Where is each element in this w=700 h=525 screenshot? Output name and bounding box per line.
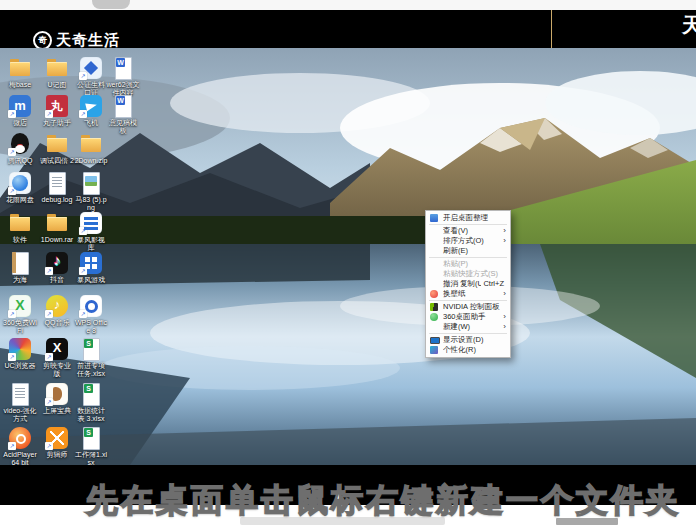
subtitle-caption: 先在桌面单击鼠标右键新建一个文件夹 [86, 479, 681, 523]
desktop-icon[interactable]: ↗ 丸子助手 [40, 94, 74, 127]
desktop-icon-label: 马83 (5).png [74, 196, 108, 212]
menu-item[interactable]: 查看(V) › [426, 226, 510, 236]
desktop-icon[interactable]: ↗ UC浏览器 [3, 337, 37, 370]
desktop-icon[interactable]: U记图 [40, 56, 74, 89]
desktop-icon-label: 暴风影视库 [74, 236, 108, 252]
menu-item-label: 刷新(E) [443, 246, 502, 256]
menu-item-label: 粘贴(P) [443, 259, 502, 269]
folder-icon [45, 56, 69, 80]
app-tiktok-icon: ↗ [45, 251, 69, 275]
shortcut-arrow-badge: ↗ [79, 110, 87, 118]
desktop-icon[interactable]: ↗ 抖音 [40, 251, 74, 284]
menu-item[interactable]: NVIDIA 控制面板 [426, 302, 510, 312]
desktop-icon[interactable]: 马83 (5).png [74, 171, 108, 212]
desktop-icon[interactable]: ↗ WPS Office 8 [74, 294, 108, 335]
menu-item[interactable]: 刷新(E) [426, 246, 510, 256]
doc-excel-icon [79, 426, 103, 450]
desktop-icon[interactable]: video-强化 方式 [3, 382, 37, 423]
desktop-icon-label: 微店 [3, 119, 37, 127]
desktop-icon[interactable]: ↗ 公证生料 口证 [74, 56, 108, 97]
video-frame: 奇 天奇生活 天 [0, 10, 696, 505]
folder-icon [45, 211, 69, 235]
menu-item[interactable]: 360桌面助手 › [426, 312, 510, 322]
shortcut-arrow-badge: ↗ [45, 353, 53, 361]
menu-item-label: 换壁纸 [443, 289, 499, 299]
personalize-menu-icon [430, 346, 438, 354]
desktop-icon[interactable]: ↗ 暴风影视库 [74, 211, 108, 252]
shortcut-arrow-badge: ↗ [79, 267, 87, 275]
desktop-icon[interactable]: 调试四倍 2 [40, 132, 74, 165]
desktop-icon[interactable]: 数据统计表 3.xlsx [74, 382, 108, 423]
submenu-arrow-icon: › [503, 289, 506, 299]
shortcut-arrow-badge: ↗ [8, 110, 16, 118]
desktop-icon[interactable]: ↗ 剪映专业版 [40, 337, 74, 378]
app-blue-diamond-icon: ↗ [79, 56, 103, 80]
context-menu: 开启桌面整理 查看(V) › 排序方式(O) › 刷新(E) 粘贴(P) 粘贴快… [425, 210, 511, 358]
desktop-icon[interactable]: 2Down.zip [74, 132, 108, 165]
menu-item[interactable]: 撤消 复制(U) Ctrl+Z [426, 279, 510, 289]
desktop-icon-label: 上屏宝典 [40, 407, 74, 415]
desktop-icon[interactable]: 前进专项任务.xlsx [74, 337, 108, 378]
app-qq-icon: ↗ [8, 132, 32, 156]
desktop-icon[interactable]: debug.log [40, 171, 74, 204]
desktop-icon[interactable]: wer62强文 件内容 [106, 56, 140, 97]
menu-item-label: 个性化(R) [443, 345, 502, 355]
menu-item[interactable]: 开启桌面整理 [426, 213, 510, 223]
display-menu-icon [430, 337, 440, 344]
folder-icon [8, 211, 32, 235]
desktop-icon[interactable]: 工作簿1.xlsx [74, 426, 108, 465]
menu-item[interactable]: 排序方式(O) › [426, 236, 510, 246]
desktop-icon[interactable]: ↗ 微店 [3, 94, 37, 127]
folder-icon [8, 56, 32, 80]
menu-item-label: 显示设置(D) [443, 335, 502, 345]
desktop-icon-label: AcidPlayer 64 bit [3, 451, 37, 465]
desktop-icon-label: 前进专项任务.xlsx [74, 362, 108, 378]
desktop-icon[interactable]: 为海 [3, 251, 37, 284]
desktop-icon[interactable]: ↗ 花雨网盘 [3, 171, 37, 204]
desktop[interactable]: 梅base U记图 ↗ 公证生料 口证 wer62强文 件内容 ↗ 微店 ↗ 丸… [0, 48, 696, 465]
menu-item-label: 粘贴快捷方式(S) [443, 269, 502, 279]
app-paper-plane-icon: ↗ [79, 94, 103, 118]
menu-item[interactable]: 显示设置(D) [426, 335, 510, 345]
desktop-icon[interactable]: ↗ AcidPlayer 64 bit [3, 426, 37, 465]
folder-icon [45, 132, 69, 156]
desktop-icon[interactable]: ↗ 暴风游戏 [74, 251, 108, 284]
desktop-icon-label: 软件 [3, 236, 37, 244]
desktop-icon-label: 飞机 [74, 119, 108, 127]
app-orange-icon: ↗ [8, 426, 32, 450]
desktop-icon-label: 360免费WiFi [3, 319, 37, 335]
desktop-icon[interactable]: ↗ 腾讯QQ [3, 132, 37, 165]
desktop-icon[interactable]: 1Down.rar [40, 211, 74, 244]
desktop-icon[interactable]: ↗ 飞机 [74, 94, 108, 127]
menu-item: 粘贴(P) [426, 259, 510, 269]
desktop-icon[interactable]: 梅base [3, 56, 37, 89]
menu-item-shortcut: Ctrl+Z [483, 279, 504, 289]
desktop-icon-label: 丸子助手 [40, 119, 74, 127]
shortcut-arrow-badge: ↗ [45, 110, 53, 118]
desktop-icon-label: 2Down.zip [74, 157, 108, 165]
menu-item[interactable]: 个性化(R) [426, 345, 510, 355]
desktop-icon[interactable]: ↗ 上屏宝典 [40, 382, 74, 415]
app-blue-grid-icon: ↗ [79, 251, 103, 275]
app-wps-icon: ↗ [79, 294, 103, 318]
desktop-icon-label: 剪辑师 [40, 451, 74, 459]
submenu-arrow-icon: › [503, 236, 506, 246]
menu-item[interactable]: 新建(W) › [426, 322, 510, 332]
menu-separator [429, 300, 507, 301]
desktop-icon[interactable]: ↗ 360免费WiFi [3, 294, 37, 335]
desktop-icon[interactable]: ↗ 剪辑师 [40, 426, 74, 459]
app-scissors-icon: ↗ [45, 426, 69, 450]
desktop-icon-label: WPS Office 8 [74, 319, 108, 335]
menu-item-label: 360桌面助手 [443, 312, 499, 322]
menu-item[interactable]: 换壁纸 › [426, 289, 510, 299]
doc-text-icon [45, 171, 69, 195]
desktop-icon-label: 花雨网盘 [3, 196, 37, 204]
doc-word-icon [111, 56, 135, 80]
desktop-icon[interactable]: 软件 [3, 211, 37, 244]
page-right-strip [696, 0, 700, 525]
desktop-icon[interactable]: ↗ QQ音乐 [40, 294, 74, 327]
desktop-icon-label: U记图 [40, 81, 74, 89]
desktop-icon[interactable]: 意见稿模板 [106, 94, 140, 135]
doc-excel-icon [79, 382, 103, 406]
shortcut-arrow-badge: ↗ [45, 398, 53, 406]
